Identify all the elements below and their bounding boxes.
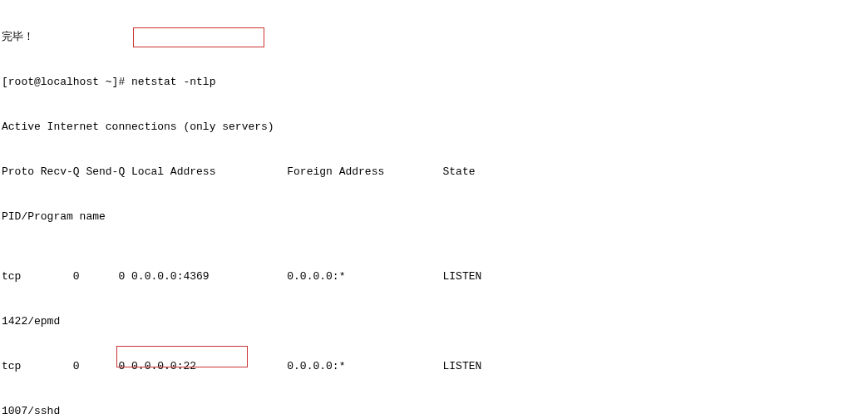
line-completion: 完毕！: [2, 30, 866, 45]
line-header-active: Active Internet connections (only server…: [2, 120, 866, 135]
text: [root@localhost ~]# netstat -ntlp: [2, 76, 215, 88]
text: Proto Recv-Q Send-Q Local Address Foreig…: [2, 165, 476, 178]
text: 1007/sshd: [2, 405, 60, 417]
table-row: 1007/sshd: [2, 404, 866, 419]
text: 1422/epmd: [2, 315, 60, 328]
line-prompt-command: [root@localhost ~]# netstat -ntlp: [2, 75, 866, 90]
line-header-cols2: PID/Program name: [2, 210, 866, 224]
text: Active Internet connections (only server…: [2, 121, 274, 133]
text: 完毕！: [2, 31, 34, 43]
text: PID/Program name: [2, 210, 106, 223]
line-header-cols: Proto Recv-Q Send-Q Local Address Foreig…: [2, 165, 866, 180]
text: tcp 0 0 0.0.0.0:22 0.0.0.0:* LISTEN: [2, 360, 481, 372]
table-row: tcp 0 0 0.0.0.0:22 0.0.0.0:* LISTEN: [2, 359, 866, 374]
terminal-output: 完毕！ [root@localhost ~]# netstat -ntlp Ac…: [0, 0, 868, 419]
text: tcp 0 0 0.0.0.0:4369 0.0.0.0:* LISTEN: [2, 270, 481, 283]
table-row: tcp 0 0 0.0.0.0:4369 0.0.0.0:* LISTEN: [2, 269, 866, 284]
table-row: 1422/epmd: [2, 314, 866, 329]
